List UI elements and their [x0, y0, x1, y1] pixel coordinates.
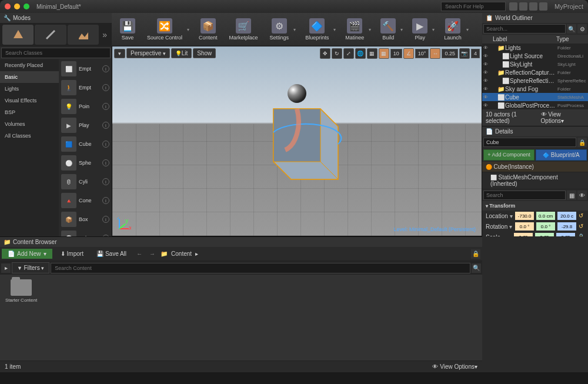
toolbar-build-button[interactable]: 🔨Build: [376, 15, 400, 44]
rotation-x-input[interactable]: [515, 222, 534, 231]
info-icon[interactable]: i: [102, 84, 109, 91]
eye-icon[interactable]: 👁: [577, 191, 587, 200]
object-name-input[interactable]: [483, 138, 576, 147]
component-static-mesh[interactable]: ⬜ StaticMeshComponent (Inherited): [482, 172, 588, 189]
component-root[interactable]: 🟠 Cube(Instance): [482, 162, 588, 172]
outliner-row-reflectioncaptureactor[interactable]: 👁📁ReflectionCaptureActorFolder: [482, 68, 588, 76]
actor-empty-character[interactable]: 🚶Empti: [59, 78, 112, 97]
close-window-button[interactable]: [5, 4, 11, 9]
content-view-options[interactable]: 👁 View Options▾: [432, 363, 477, 370]
show-button[interactable]: Show: [193, 48, 216, 58]
toolbar-blueprints-dropdown[interactable]: ▾: [333, 27, 338, 32]
outliner-row-sky-and-fog[interactable]: 👁📁Sky and FogFolder: [482, 85, 588, 93]
toolbar-save-button[interactable]: 💾Save: [115, 15, 140, 44]
rotation-z-input[interactable]: [557, 222, 576, 231]
location-x-input[interactable]: [515, 212, 534, 220]
category-basic[interactable]: Basic: [0, 71, 59, 83]
location-z-input[interactable]: [557, 212, 576, 220]
actor-point-light[interactable]: 💡Poini: [59, 97, 112, 116]
info-icon[interactable]: i: [102, 197, 109, 204]
visibility-icon[interactable]: 👁: [483, 95, 489, 100]
viewport-menu-button[interactable]: ▾: [114, 49, 125, 58]
landscape-mode-tab[interactable]: [68, 25, 99, 45]
rotation-y-input[interactable]: [536, 222, 555, 231]
outliner-row-globalpostprocessvo[interactable]: 👁⬜GlobalPostProcessVoPostProcess: [482, 101, 588, 109]
actor-cube[interactable]: 🟦Cubei: [59, 135, 112, 153]
toolbar-play-button[interactable]: ▶Play: [407, 15, 432, 44]
visibility-icon[interactable]: 👁: [483, 70, 489, 75]
place-mode-tab[interactable]: [2, 25, 34, 45]
transform-section-header[interactable]: Transform: [482, 201, 588, 211]
category-all-classes[interactable]: All Classes: [0, 130, 59, 142]
save-all-button[interactable]: 💾 Save All: [92, 249, 131, 259]
content-search-input[interactable]: [51, 263, 470, 273]
outliner-row-spherereflectionca[interactable]: 👁⬜SphereReflectionCaSphereReflec: [482, 76, 588, 85]
outliner-row-cube[interactable]: 👁⬜CubeStaticMeshA: [482, 93, 588, 101]
blueprint-button[interactable]: 🔷 Blueprint/A: [536, 149, 587, 161]
lit-mode-button[interactable]: 💡Lit: [171, 48, 192, 58]
visibility-icon[interactable]: 👁: [483, 86, 489, 92]
actor-sphere[interactable]: ⚪Sphei: [59, 153, 112, 172]
viewport[interactable]: ▾ Perspective ▾ 💡Lit Show ✥ ↻ ⤢ 🌐 ▦ ▦ 10…: [112, 46, 482, 236]
lock-icon[interactable]: 🔒: [577, 138, 587, 147]
location-y-input[interactable]: [536, 212, 555, 220]
label-column-header[interactable]: Label: [493, 36, 556, 42]
outliner-options-button[interactable]: ⚙: [577, 24, 587, 34]
maximize-window-button[interactable]: [24, 4, 29, 9]
toolbar-launch-button[interactable]: 🚀Launch: [439, 15, 466, 44]
info-icon[interactable]: i: [102, 141, 109, 148]
help-search-input[interactable]: [441, 2, 506, 11]
help-icon[interactable]: [539, 2, 547, 11]
info-icon[interactable]: i: [102, 178, 109, 185]
info-icon[interactable]: i: [102, 122, 109, 129]
coord-space-button[interactable]: 🌐: [355, 48, 366, 59]
outliner-row-light-source[interactable]: 👁⬜Light SourceDirectionalLi: [482, 52, 588, 60]
category-lights[interactable]: Lights: [0, 83, 59, 95]
info-icon[interactable]: i: [102, 159, 109, 166]
scale-snap-button[interactable]: ↔: [430, 48, 440, 59]
toolbar-settings-button[interactable]: ⚙Settings: [265, 15, 294, 44]
category-bsp[interactable]: BSP: [0, 106, 59, 118]
visibility-icon[interactable]: 👁: [483, 103, 489, 108]
reset-location-button[interactable]: ↺: [579, 212, 584, 219]
toolbar-matinee-button[interactable]: 🎬Matinee: [340, 15, 369, 44]
scale-snap-value[interactable]: 0.25: [442, 49, 458, 58]
angle-snap-value[interactable]: 10°: [415, 49, 429, 58]
paint-mode-tab[interactable]: [35, 25, 66, 45]
rotate-gizmo-button[interactable]: ↻: [332, 48, 342, 59]
scale-gizmo-button[interactable]: ⤢: [343, 48, 354, 59]
toolbar-launch-dropdown[interactable]: ▾: [466, 27, 471, 32]
toolbar-blueprints-button[interactable]: 🔷Blueprints: [300, 15, 333, 44]
reset-rotation-button[interactable]: ↺: [579, 223, 584, 230]
category-volumes[interactable]: Volumes: [0, 118, 59, 130]
actor-empty-actor[interactable]: ⬜Empti: [59, 59, 112, 78]
type-column-header[interactable]: Type: [556, 36, 586, 42]
visibility-icon[interactable]: 👁: [483, 62, 489, 67]
nav-forward-button[interactable]: →: [148, 249, 157, 259]
actor-box-trigger[interactable]: 📦Box i: [59, 210, 112, 229]
lock-content-button[interactable]: 🔒: [471, 249, 480, 259]
outliner-search-input[interactable]: [483, 24, 566, 34]
category-visual-effects[interactable]: Visual Effects: [0, 95, 59, 106]
nav-back-button[interactable]: ←: [135, 249, 144, 259]
add-component-button[interactable]: + Add Component: [483, 149, 534, 161]
toolbar-source control-dropdown[interactable]: ▾: [187, 27, 192, 32]
import-button[interactable]: ⬇ Import: [56, 249, 88, 259]
info-icon[interactable]: i: [102, 216, 109, 223]
search-icon[interactable]: 🔍: [567, 24, 576, 34]
content-search-icon[interactable]: 🔍: [472, 263, 481, 273]
camera-speed-button[interactable]: 📷: [459, 48, 470, 59]
starter-content-folder[interactable]: Starter Content: [5, 279, 38, 303]
sources-panel-toggle[interactable]: ▸: [1, 263, 11, 273]
breadcrumb-content[interactable]: Content: [171, 251, 192, 257]
visibility-icon[interactable]: 👁: [483, 78, 489, 84]
visibility-icon[interactable]: 👁: [483, 54, 489, 59]
surface-snap-button[interactable]: ▦: [367, 48, 377, 59]
info-icon[interactable]: i: [102, 103, 109, 110]
details-search-input[interactable]: [483, 191, 566, 200]
source-control-icon[interactable]: [509, 2, 517, 11]
angle-snap-button[interactable]: ∠: [403, 48, 414, 59]
toolbar-build-dropdown[interactable]: ▾: [400, 27, 405, 32]
visibility-icon[interactable]: 👁: [483, 45, 489, 51]
camera-speed-value[interactable]: 4: [471, 49, 480, 58]
